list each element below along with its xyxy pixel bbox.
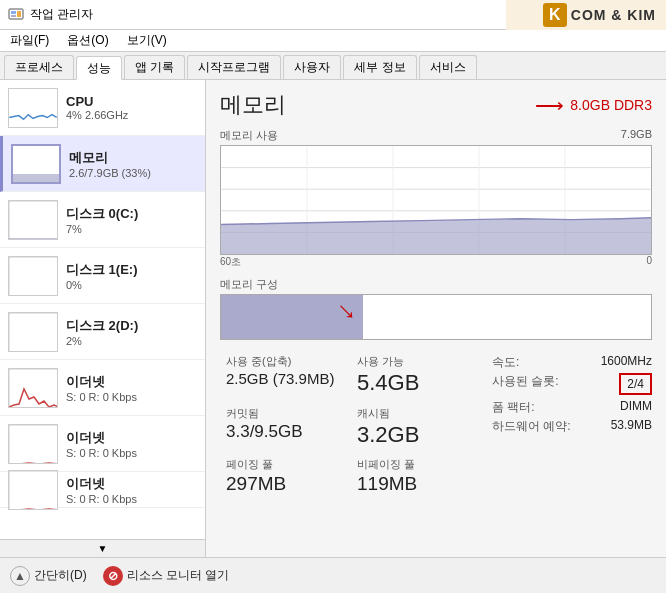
non-paged-label: 비페이징 풀	[357, 457, 476, 472]
sidebar-item-disk0[interactable]: 디스크 0(C:) 7%	[0, 192, 205, 248]
sidebar: CPU 4% 2.66GHz 메모리 2.6/7.9GB (33%)	[0, 80, 206, 557]
logo-area: K COM & KIM	[506, 0, 666, 30]
disk2-label: 디스크 2(D:)	[66, 317, 138, 335]
sidebar-item-eth1[interactable]: 이더넷 S: 0 R: 0 Kbps	[0, 416, 205, 472]
available-label: 사용 가능	[357, 354, 476, 369]
svg-rect-12	[9, 425, 58, 464]
tab-app-history[interactable]: 앱 기록	[124, 55, 185, 79]
title-bar-left: 작업 관리자	[8, 6, 93, 23]
disk1-mini-graph	[8, 256, 58, 296]
memory-chart	[220, 145, 652, 255]
slots-label: 사용된 슬롯:	[492, 373, 559, 395]
paged-value: 297MB	[226, 472, 345, 497]
disk0-mini-graph	[8, 200, 58, 240]
svg-rect-5	[13, 174, 61, 184]
in-use-label: 사용 중(압축)	[226, 354, 345, 369]
app-title: 작업 관리자	[30, 6, 93, 23]
chart-label-right: 7.9GB	[621, 128, 652, 143]
slots-value: 2/4	[619, 373, 652, 395]
disk1-info: 디스크 1(E:) 0%	[66, 261, 138, 291]
committed-group: 커밋됨 3.3/9.5GB	[220, 402, 351, 454]
disk1-label: 디스크 1(E:)	[66, 261, 138, 279]
reserved-row: 하드웨어 예약: 53.9MB	[492, 418, 652, 435]
tab-processes[interactable]: 프로세스	[4, 55, 74, 79]
sidebar-item-disk1[interactable]: 디스크 1(E:) 0%	[0, 248, 205, 304]
tab-details[interactable]: 세부 정보	[343, 55, 416, 79]
sidebar-item-cpu[interactable]: CPU 4% 2.66GHz	[0, 80, 205, 136]
sidebar-scroll-down[interactable]: ▼	[0, 539, 205, 557]
svg-rect-2	[17, 11, 21, 17]
paged-group: 페이징 풀 297MB	[220, 453, 351, 501]
non-paged-group: 비페이징 풀 119MB	[351, 453, 482, 501]
content-header: 메모리 ⟶ 8.0GB DDR3	[220, 90, 652, 120]
cpu-info: CPU 4% 2.66GHz	[66, 94, 128, 121]
eth2-mini-graph	[8, 470, 58, 510]
sidebar-item-eth2[interactable]: 이더넷 S: 0 R: 0 Kbps	[0, 472, 205, 508]
title-bar: 작업 관리자 K COM & KIM ─ □ ✕	[0, 0, 666, 30]
eth2-info: 이더넷 S: 0 R: 0 Kbps	[66, 475, 137, 505]
disk2-value: 2%	[66, 335, 138, 347]
disk0-label: 디스크 0(C:)	[66, 205, 138, 223]
chart-time-row: 60초 0	[220, 255, 652, 269]
logo-text: COM & KIM	[571, 7, 656, 23]
composition-section: 메모리 구성 →	[220, 277, 652, 340]
svg-rect-6	[9, 201, 58, 240]
tabs-bar: 프로세스 성능 앱 기록 시작프로그램 사용자 세부 정보 서비스	[0, 52, 666, 80]
reserved-label: 하드웨어 예약:	[492, 418, 571, 435]
svg-rect-11	[9, 369, 58, 408]
disk0-info: 디스크 0(C:) 7%	[66, 205, 138, 235]
tab-services[interactable]: 서비스	[419, 55, 477, 79]
in-use-value: 2.5GB (73.9MB)	[226, 369, 345, 389]
paged-label: 페이징 풀	[226, 457, 345, 472]
tab-users[interactable]: 사용자	[283, 55, 341, 79]
svg-rect-9	[9, 313, 58, 352]
svg-rect-10	[9, 351, 58, 352]
memory-spec: ⟶ 8.0GB DDR3	[535, 93, 652, 117]
committed-value: 3.3/9.5GB	[226, 421, 345, 443]
arrow-right-icon: ⟶	[535, 93, 564, 117]
eth0-value: S: 0 R: 0 Kbps	[66, 391, 137, 403]
stats-area: 사용 중(압축) 2.5GB (73.9MB) 사용 가능 5.4GB 커밋됨 …	[220, 350, 652, 501]
tab-performance[interactable]: 성능	[76, 56, 122, 80]
resource-monitor-icon: ⊘	[103, 566, 123, 586]
sidebar-item-disk2[interactable]: 디스크 2(D:) 2%	[0, 304, 205, 360]
cpu-value: 4% 2.66GHz	[66, 109, 128, 121]
resource-monitor-label: 리소스 모니터 열기	[127, 567, 230, 584]
eth2-value: S: 0 R: 0 Kbps	[66, 493, 137, 505]
composition-label: 메모리 구성	[220, 277, 652, 292]
simple-view-button[interactable]: ▲ 간단히(D)	[10, 566, 87, 586]
available-group: 사용 가능 5.4GB	[351, 350, 482, 402]
cpu-label: CPU	[66, 94, 128, 109]
left-stats: 사용 중(압축) 2.5GB (73.9MB) 사용 가능 5.4GB 커밋됨 …	[220, 350, 482, 501]
menu-bar: 파일(F) 옵션(O) 보기(V)	[0, 30, 666, 52]
disk1-value: 0%	[66, 279, 138, 291]
sidebar-scroll: CPU 4% 2.66GHz 메모리 2.6/7.9GB (33%)	[0, 80, 205, 539]
reserved-value: 53.9MB	[611, 418, 652, 435]
eth1-label: 이더넷	[66, 429, 137, 447]
eth1-mini-graph	[8, 424, 58, 464]
svg-rect-3	[11, 15, 16, 17]
cpu-mini-graph	[8, 88, 58, 128]
resource-monitor-button[interactable]: ⊘ 리소스 모니터 열기	[103, 566, 230, 586]
menu-options[interactable]: 옵션(O)	[63, 32, 112, 49]
sidebar-item-eth0[interactable]: 이더넷 S: 0 R: 0 Kbps	[0, 360, 205, 416]
menu-view[interactable]: 보기(V)	[123, 32, 171, 49]
menu-file[interactable]: 파일(F)	[6, 32, 53, 49]
memory-spec-value: 8.0GB DDR3	[570, 97, 652, 113]
eth1-value: S: 0 R: 0 Kbps	[66, 447, 137, 459]
eth2-label: 이더넷	[66, 475, 137, 493]
chart-label-left: 메모리 사용	[220, 128, 278, 143]
eth1-info: 이더넷 S: 0 R: 0 Kbps	[66, 429, 137, 459]
chart-label-row: 메모리 사용 7.9GB	[220, 128, 652, 143]
main-area: CPU 4% 2.66GHz 메모리 2.6/7.9GB (33%)	[0, 80, 666, 557]
chart-time-right: 0	[646, 255, 652, 269]
tab-startup[interactable]: 시작프로그램	[187, 55, 281, 79]
sidebar-item-memory[interactable]: 메모리 2.6/7.9GB (33%)	[0, 136, 205, 192]
svg-rect-1	[11, 11, 16, 14]
form-row: 폼 팩터: DIMM	[492, 399, 652, 416]
comp-free	[363, 295, 651, 339]
chart-time-left: 60초	[220, 255, 241, 269]
cached-label: 캐시됨	[357, 406, 476, 421]
app-icon	[8, 7, 24, 23]
eth0-mini-graph	[8, 368, 58, 408]
